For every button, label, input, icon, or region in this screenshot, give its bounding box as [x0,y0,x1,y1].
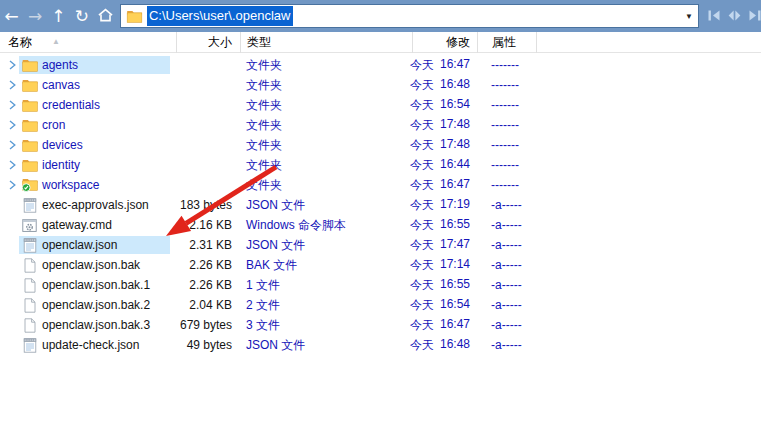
file-select-area[interactable]: devices [19,136,170,154]
file-row[interactable]: identity文件夹今天16:44------- [0,155,761,175]
pane-switch-icon[interactable] [728,7,741,25]
file-select-area[interactable]: openclaw.json.bak.3 [19,316,170,334]
sort-ascending-icon: ▲ [52,38,60,46]
folder-icon [21,57,38,73]
file-select-area[interactable]: credentials [19,96,170,114]
column-header-size[interactable]: 大小 [176,32,240,53]
up-arrow-icon: ↑ [51,8,65,25]
file-attributes: ------- [477,158,537,172]
forward-button[interactable]: → [24,3,45,29]
file-name: openclaw.json [42,238,117,252]
file-row[interactable]: credentials文件夹今天16:54------- [0,95,761,115]
file-row[interactable]: update-check.json49 bytesJSON 文件今天16:48-… [0,335,761,355]
file-row[interactable]: openclaw.json.bak.22.04 KB2 文件今天16:54-a-… [0,295,761,315]
file-select-area[interactable]: canvas [19,76,170,94]
modified-time: 16:54 [440,297,470,314]
file-name: cron [42,118,65,132]
file-select-area[interactable]: workspace [19,176,170,194]
file-row[interactable]: workspace文件夹今天16:47------- [0,175,761,195]
file-select-area[interactable]: cron [19,116,170,134]
file-name: canvas [42,78,80,92]
pane-left-icon[interactable] [708,7,720,25]
file-name: openclaw.json.bak.3 [42,318,150,332]
file-row[interactable]: openclaw.json.bak.3679 bytes3 文件今天16:47-… [0,315,761,335]
file-row[interactable]: canvas文件夹今天16:48------- [0,75,761,95]
home-button[interactable] [95,3,116,29]
file-row[interactable]: devices文件夹今天17:48------- [0,135,761,155]
modified-day: 今天 [410,297,434,314]
name-cell: openclaw.json.bak.3 [0,316,176,334]
expand-chevron-icon[interactable] [6,120,19,130]
file-select-area[interactable]: openclaw.json [19,236,170,254]
file-attributes: ------- [477,98,537,112]
file-modified: 今天17:48 [412,117,477,134]
column-header-attributes[interactable]: 属性 [477,32,537,53]
file-size: 679 bytes [176,318,240,332]
expand-chevron-icon[interactable] [6,60,19,70]
address-bar[interactable]: C:\Users\user\.openclaw ▼ [120,4,699,28]
blank-file-icon [21,257,38,273]
file-attributes: ------- [477,118,537,132]
modified-time: 16:55 [440,217,470,234]
modified-time: 17:19 [440,197,470,214]
modified-day: 今天 [410,117,434,134]
folder-icon [21,77,38,93]
file-name: update-check.json [42,338,139,352]
address-input[interactable]: C:\Users\user\.openclaw [147,6,293,26]
file-size: 49 bytes [176,338,240,352]
folder-icon [21,137,38,153]
pane-buttons [708,7,761,25]
file-modified: 今天16:48 [412,77,477,94]
file-row[interactable]: agents文件夹今天16:47------- [0,55,761,75]
file-name: agents [42,58,78,72]
file-type: 文件夹 [240,57,412,74]
file-select-area[interactable]: openclaw.json.bak.2 [19,296,170,314]
file-attributes: -a----- [477,298,537,312]
back-button[interactable]: ← [1,3,22,29]
column-header-modified[interactable]: 修改 [412,32,477,53]
file-select-area[interactable]: openclaw.json.bak.1 [19,276,170,294]
expand-chevron-icon[interactable] [6,80,19,90]
modified-day: 今天 [410,97,434,114]
file-select-area[interactable]: identity [19,156,170,174]
modified-time: 16:44 [440,157,470,174]
name-cell: canvas [0,76,176,94]
name-cell: exec-approvals.json [0,196,176,214]
column-header-type[interactable]: 类型 [240,32,412,53]
refresh-button[interactable]: ↻ [71,3,92,29]
file-type: JSON 文件 [240,337,412,354]
file-row[interactable]: openclaw.json.bak2.26 KBBAK 文件今天17:14-a-… [0,255,761,275]
file-select-area[interactable]: openclaw.json.bak [19,256,170,274]
file-row[interactable]: cron文件夹今天17:48------- [0,115,761,135]
name-cell: openclaw.json [0,236,176,254]
modified-time: 16:54 [440,97,470,114]
file-select-area[interactable]: agents [19,56,170,74]
folder-icon [126,10,143,23]
expand-chevron-icon[interactable] [6,100,19,110]
up-button[interactable]: ↑ [48,3,69,29]
file-select-area[interactable]: update-check.json [19,336,170,354]
file-list: agents文件夹今天16:47-------canvas文件夹今天16:48-… [0,53,761,355]
modified-time: 16:47 [440,317,470,334]
pane-right-icon[interactable] [749,7,761,25]
address-dropdown-button[interactable]: ▼ [680,5,698,27]
file-row[interactable]: openclaw.json2.31 KBJSON 文件今天17:47-a----… [0,235,761,255]
file-row[interactable]: openclaw.json.bak.12.26 KB1 文件今天16:55-a-… [0,275,761,295]
blank-file-icon [21,317,38,333]
expand-chevron-icon[interactable] [6,180,19,190]
column-header-name[interactable]: 名称 ▲ [0,32,176,53]
file-row[interactable]: gateway.cmd2.16 KBWindows 命令脚本今天16:55-a-… [0,215,761,235]
expand-chevron-icon[interactable] [6,140,19,150]
notepad-icon [21,237,38,253]
file-attributes: ------- [477,178,537,192]
file-modified: 今天17:14 [412,257,477,274]
file-modified: 今天16:47 [412,317,477,334]
file-manager-window: ← → ↑ ↻ C:\Users\user\.openclaw ▼ 名称 ▲ 大… [0,0,761,442]
expand-chevron-icon[interactable] [6,160,19,170]
file-row[interactable]: exec-approvals.json183 bytesJSON 文件今天17:… [0,195,761,215]
modified-day: 今天 [410,137,434,154]
file-type: 1 文件 [240,277,412,294]
folder-icon [21,157,38,173]
file-select-area[interactable]: exec-approvals.json [19,196,170,214]
file-select-area[interactable]: gateway.cmd [19,216,170,234]
